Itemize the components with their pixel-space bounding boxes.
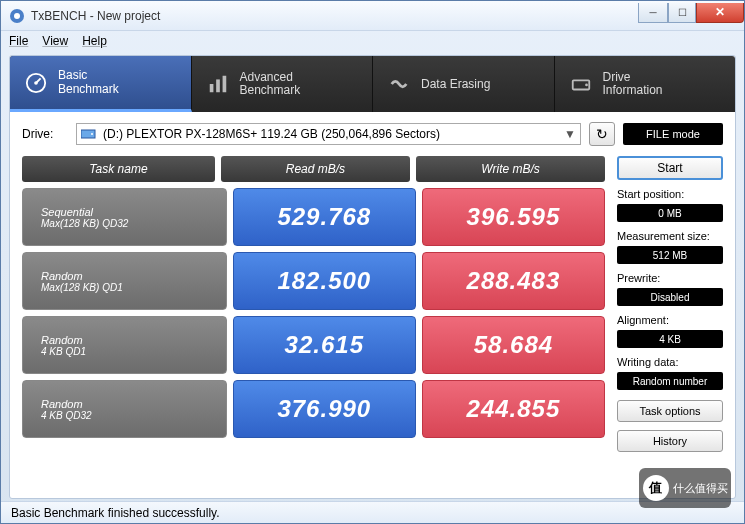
prewrite-value[interactable]: Disabled: [617, 288, 723, 306]
svg-rect-5: [216, 79, 220, 92]
write-value: 288.483: [422, 252, 605, 310]
write-value: 396.595: [422, 188, 605, 246]
tab-label: Advanced Benchmark: [240, 71, 301, 97]
measurement-size-value[interactable]: 512 MB: [617, 246, 723, 264]
result-row: Random4 KB QD32 376.990 244.855: [22, 380, 605, 438]
titlebar: TxBENCH - New project ─ ☐ ✕: [1, 1, 744, 31]
tab-advanced-benchmark[interactable]: Advanced Benchmark: [192, 56, 374, 112]
history-button[interactable]: History: [617, 430, 723, 452]
start-button[interactable]: Start: [617, 156, 723, 180]
drive-value: (D:) PLEXTOR PX-128M6S+ 119.24 GB (250,0…: [103, 127, 440, 141]
writing-data-label: Writing data:: [617, 356, 723, 368]
read-value: 32.615: [233, 316, 416, 374]
app-window: TxBENCH - New project ─ ☐ ✕ File View He…: [0, 0, 745, 524]
disk-icon: [81, 128, 97, 140]
drive-label: Drive:: [22, 127, 68, 141]
chevron-down-icon: ▼: [564, 127, 576, 141]
writing-data-value[interactable]: Random number: [617, 372, 723, 390]
measurement-size-label: Measurement size:: [617, 230, 723, 242]
results-table: Task name Read mB/s Write mB/s Sequentia…: [22, 156, 605, 490]
drive-row: Drive: (D:) PLEXTOR PX-128M6S+ 119.24 GB…: [10, 112, 735, 156]
refresh-icon: ↻: [596, 126, 608, 142]
tabbar: Basic Benchmark Advanced Benchmark Data …: [10, 56, 735, 112]
minimize-button[interactable]: ─: [638, 3, 668, 23]
drive-select[interactable]: (D:) PLEXTOR PX-128M6S+ 119.24 GB (250,0…: [76, 123, 581, 145]
watermark-text: 什么值得买: [673, 481, 728, 496]
read-value: 182.500: [233, 252, 416, 310]
close-button[interactable]: ✕: [696, 3, 744, 23]
svg-point-8: [585, 84, 588, 87]
task-sequential-qd32: SequentialMax(128 KB) QD32: [22, 188, 227, 246]
side-panel: Start Start position: 0 MB Measurement s…: [617, 156, 723, 490]
task-random-4k-qd1: Random4 KB QD1: [22, 316, 227, 374]
tab-basic-benchmark[interactable]: Basic Benchmark: [10, 56, 192, 112]
tab-drive-information[interactable]: Drive Information: [555, 56, 736, 112]
menu-file[interactable]: File: [9, 34, 28, 48]
refresh-button[interactable]: ↻: [589, 122, 615, 146]
bars-icon: [206, 72, 230, 96]
read-value: 376.990: [233, 380, 416, 438]
write-value: 244.855: [422, 380, 605, 438]
task-random-128k-qd1: RandomMax(128 KB) QD1: [22, 252, 227, 310]
alignment-value[interactable]: 4 KB: [617, 330, 723, 348]
svg-point-10: [91, 133, 93, 135]
window-controls: ─ ☐ ✕: [638, 3, 744, 23]
file-mode-button[interactable]: FILE mode: [623, 123, 723, 145]
gauge-icon: [24, 71, 48, 95]
start-position-label: Start position:: [617, 188, 723, 200]
header-task: Task name: [22, 156, 215, 182]
prewrite-label: Prewrite:: [617, 272, 723, 284]
tab-label: Drive Information: [603, 71, 663, 97]
task-options-button[interactable]: Task options: [617, 400, 723, 422]
tab-label: Data Erasing: [421, 77, 490, 91]
drive-icon: [569, 72, 593, 96]
window-title: TxBENCH - New project: [31, 9, 638, 23]
start-position-value[interactable]: 0 MB: [617, 204, 723, 222]
alignment-label: Alignment:: [617, 314, 723, 326]
watermark: 值 什么值得买: [639, 468, 731, 508]
menubar: File View Help: [1, 31, 744, 51]
status-bar: Basic Benchmark finished successfully.: [1, 501, 744, 523]
maximize-button[interactable]: ☐: [668, 3, 696, 23]
main-area: Task name Read mB/s Write mB/s Sequentia…: [10, 156, 735, 498]
header-write: Write mB/s: [416, 156, 605, 182]
menu-view[interactable]: View: [42, 34, 68, 48]
svg-rect-4: [209, 84, 213, 92]
result-row: SequentialMax(128 KB) QD32 529.768 396.5…: [22, 188, 605, 246]
tab-data-erasing[interactable]: Data Erasing: [373, 56, 555, 112]
tab-label: Basic Benchmark: [58, 69, 119, 95]
write-value: 58.684: [422, 316, 605, 374]
erase-icon: [387, 72, 411, 96]
result-row: Random4 KB QD1 32.615 58.684: [22, 316, 605, 374]
menu-help[interactable]: Help: [82, 34, 107, 48]
header-read: Read mB/s: [221, 156, 410, 182]
read-value: 529.768: [233, 188, 416, 246]
svg-rect-6: [222, 76, 226, 93]
header-row: Task name Read mB/s Write mB/s: [22, 156, 605, 182]
task-random-4k-qd32: Random4 KB QD32: [22, 380, 227, 438]
watermark-icon: 值: [643, 475, 669, 501]
content-pane: Basic Benchmark Advanced Benchmark Data …: [9, 55, 736, 499]
result-row: RandomMax(128 KB) QD1 182.500 288.483: [22, 252, 605, 310]
svg-point-1: [14, 13, 20, 19]
app-icon: [9, 8, 25, 24]
svg-point-3: [34, 81, 38, 85]
